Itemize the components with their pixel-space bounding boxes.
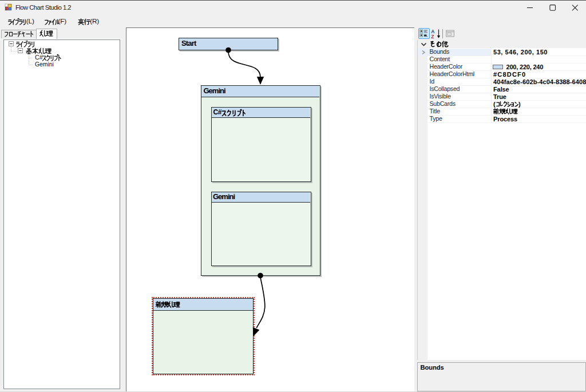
svg-text:Z: Z <box>431 33 434 38</box>
